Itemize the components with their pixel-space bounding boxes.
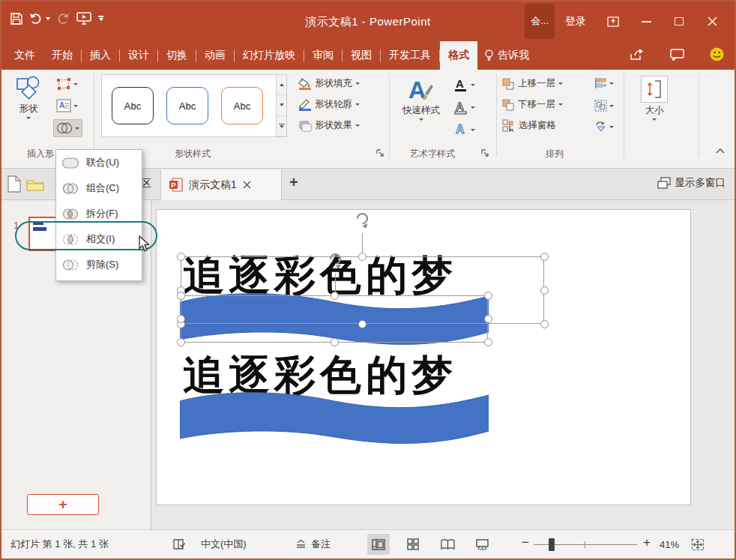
collapse-ribbon-button[interactable] bbox=[715, 148, 726, 155]
selection-pane-button[interactable]: 选择窗格 bbox=[502, 119, 556, 132]
text-outline-button[interactable]: A bbox=[451, 98, 477, 116]
tab-animations[interactable]: 动画 bbox=[196, 41, 234, 70]
selection-handle[interactable] bbox=[484, 292, 492, 300]
subtract-icon bbox=[61, 259, 79, 271]
text-effects-button[interactable]: A bbox=[451, 121, 477, 139]
spell-check-button[interactable] bbox=[172, 530, 187, 559]
selection-handle[interactable] bbox=[540, 253, 549, 261]
zoom-out-button[interactable]: − bbox=[522, 529, 529, 557]
maximize-button[interactable] bbox=[663, 1, 696, 41]
menu-item-combine[interactable]: 组合(C) bbox=[56, 175, 142, 201]
text-fill-button[interactable]: A bbox=[451, 76, 477, 94]
selection-handle[interactable] bbox=[358, 320, 367, 328]
group-button[interactable] bbox=[592, 98, 616, 113]
group-objects-icon bbox=[594, 100, 607, 112]
selection-handle[interactable] bbox=[484, 338, 492, 346]
show-multiple-windows-button[interactable]: 显示多窗口 bbox=[657, 176, 726, 190]
new-tab-button[interactable]: + bbox=[289, 174, 298, 191]
new-document-icon[interactable] bbox=[7, 175, 21, 193]
size-button[interactable]: 大小 bbox=[635, 76, 674, 121]
text-effects-caret bbox=[471, 129, 475, 131]
size-label: 大小 bbox=[645, 104, 664, 117]
align-button[interactable] bbox=[592, 76, 616, 91]
ribbon-display-options-button[interactable] bbox=[597, 1, 630, 41]
tab-format-active[interactable]: 格式 bbox=[440, 41, 477, 70]
share-icon bbox=[630, 48, 645, 61]
zoom-slider-thumb[interactable] bbox=[549, 538, 555, 551]
shape-style-orange[interactable]: Abc bbox=[221, 87, 263, 124]
selection-handle[interactable] bbox=[540, 286, 549, 295]
tab-view[interactable]: 视图 bbox=[343, 41, 380, 70]
notes-button[interactable]: 备注 bbox=[295, 530, 331, 559]
normal-view-button[interactable] bbox=[367, 534, 390, 555]
selection-handle[interactable] bbox=[177, 253, 185, 261]
tab-insert[interactable]: 插入 bbox=[82, 41, 119, 70]
shape-styles-dialog-launcher[interactable] bbox=[376, 149, 384, 157]
shape-outline-button[interactable]: 形状轮廓 bbox=[298, 98, 360, 111]
tab-file[interactable]: 文件 bbox=[6, 41, 43, 70]
sign-in-button[interactable]: 登录 bbox=[555, 15, 597, 28]
zoom-level[interactable]: 41% bbox=[660, 530, 679, 559]
text-outline-icon: A bbox=[453, 100, 468, 115]
bring-forward-button[interactable]: 上移一层 bbox=[502, 77, 563, 90]
menu-item-subtract[interactable]: 剪除(S) bbox=[56, 252, 142, 277]
title-bar: 演示文稿1 - PowerPoint 会... 登录 bbox=[1, 1, 735, 41]
tab-review[interactable]: 审阅 bbox=[304, 41, 342, 70]
gallery-scroll-strip bbox=[277, 74, 287, 137]
menu-item-union[interactable]: 联合(U) bbox=[56, 150, 142, 175]
add-slide-button[interactable]: + bbox=[27, 494, 99, 515]
selection-handle[interactable] bbox=[484, 315, 492, 323]
minimize-button[interactable] bbox=[630, 1, 663, 41]
quick-styles-button[interactable]: A 快速样式 bbox=[396, 76, 446, 121]
close-button[interactable] bbox=[696, 1, 729, 41]
selection-handle[interactable] bbox=[331, 292, 339, 300]
account-button[interactable]: 会... bbox=[525, 4, 555, 39]
size-caret bbox=[652, 118, 657, 121]
language-button[interactable]: 中文(中国) bbox=[201, 530, 247, 559]
slideshow-view-button[interactable] bbox=[471, 534, 493, 555]
share-button[interactable] bbox=[630, 48, 645, 63]
rotate-handle-wave[interactable] bbox=[326, 250, 345, 268]
wave-shape-2[interactable] bbox=[180, 388, 489, 446]
selection-handle[interactable] bbox=[177, 315, 185, 323]
selection-handle[interactable] bbox=[358, 253, 367, 261]
text-effects-icon: A bbox=[453, 122, 468, 137]
selection-handle[interactable] bbox=[331, 338, 339, 346]
tab-home[interactable]: 开始 bbox=[43, 41, 81, 70]
tab-developer[interactable]: 开发工具 bbox=[381, 41, 439, 70]
rotate-button[interactable] bbox=[592, 119, 616, 134]
selection-handle[interactable] bbox=[177, 338, 185, 346]
tab-design[interactable]: 设计 bbox=[120, 41, 157, 70]
zoom-in-button[interactable]: + bbox=[643, 529, 651, 557]
close-tab-icon[interactable] bbox=[243, 181, 251, 189]
gallery-scroll-up[interactable] bbox=[277, 75, 286, 95]
slide-sorter-view-button[interactable] bbox=[402, 534, 424, 555]
shape-fill-button[interactable]: 形状填充 bbox=[298, 77, 360, 90]
text-box-button[interactable]: A bbox=[54, 97, 80, 114]
edit-shape-button[interactable] bbox=[54, 76, 80, 92]
fit-slide-to-window-button[interactable] bbox=[691, 530, 705, 559]
insert-shapes-button[interactable]: 形状 bbox=[9, 76, 48, 119]
wordart-dialog-launcher[interactable] bbox=[481, 149, 489, 157]
shape-effects-button[interactable]: 形状效果 bbox=[298, 119, 360, 132]
gallery-more-button[interactable] bbox=[277, 116, 286, 136]
gallery-scroll-down[interactable] bbox=[277, 95, 286, 115]
smiley-feedback-button[interactable] bbox=[710, 47, 724, 64]
document-tab-active[interactable]: P 演示文稿1 bbox=[160, 169, 282, 200]
tell-me-box[interactable]: 告诉我 bbox=[477, 49, 537, 62]
open-folder-icon[interactable] bbox=[26, 178, 44, 191]
menu-item-label: 联合(U) bbox=[86, 156, 119, 169]
shape-style-black[interactable]: Abc bbox=[112, 87, 154, 124]
reading-view-button[interactable] bbox=[436, 534, 459, 555]
shape-style-blue[interactable]: Abc bbox=[166, 87, 208, 124]
shapes-label: 形状 bbox=[19, 103, 38, 115]
merge-shapes-button[interactable] bbox=[53, 119, 82, 137]
selection-handle[interactable] bbox=[540, 320, 549, 328]
comments-button[interactable] bbox=[670, 49, 684, 63]
group-separator bbox=[624, 73, 624, 157]
tab-slideshow[interactable]: 幻灯片放映 bbox=[235, 41, 304, 70]
send-backward-button[interactable]: 下移一层 bbox=[502, 98, 563, 111]
rotate-handle-textbox[interactable] bbox=[353, 209, 372, 228]
tab-transitions[interactable]: 切换 bbox=[158, 41, 196, 70]
selection-handle[interactable] bbox=[177, 292, 185, 300]
